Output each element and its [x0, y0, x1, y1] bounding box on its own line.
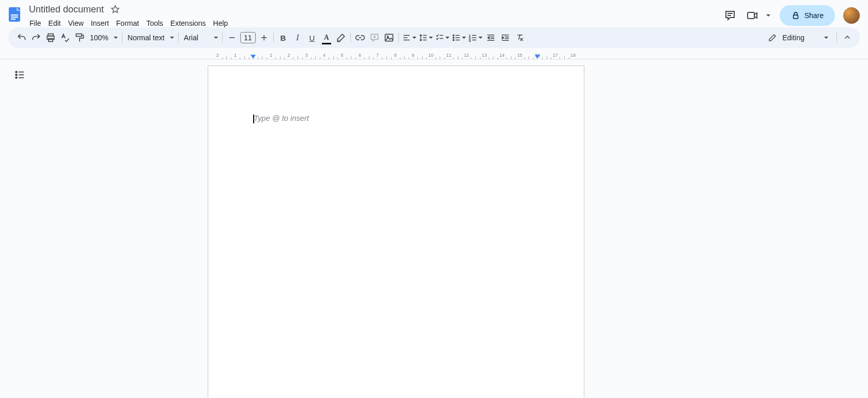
ruler-label: 13 — [482, 53, 487, 58]
ruler[interactable]: 21123456789101112131415161718 — [0, 51, 868, 59]
separator — [273, 33, 274, 43]
caret-icon — [445, 37, 450, 39]
caret-icon — [114, 37, 118, 39]
svg-point-33 — [453, 39, 454, 40]
menu-tools[interactable]: Tools — [143, 17, 167, 29]
decrease-font-size-button[interactable] — [225, 30, 239, 45]
increase-indent-button[interactable] — [498, 30, 513, 45]
font-size-input[interactable] — [240, 32, 256, 43]
collapse-toolbar-button[interactable] — [839, 30, 856, 45]
separator — [836, 33, 837, 43]
align-button[interactable] — [401, 30, 417, 45]
menu-file[interactable]: File — [26, 17, 45, 29]
bold-button[interactable]: B — [276, 30, 290, 45]
lock-icon — [791, 11, 800, 20]
menu-insert[interactable]: Insert — [87, 17, 113, 29]
svg-point-29 — [453, 35, 454, 36]
menu-edit[interactable]: Edit — [45, 17, 65, 29]
menu-bar: File Edit View Insert Format Tools Exten… — [26, 16, 720, 30]
svg-line-50 — [519, 35, 520, 40]
ruler-label: 9 — [412, 53, 414, 58]
ruler-label: 2 — [216, 53, 219, 58]
caret-icon — [170, 37, 174, 39]
ruler-label: 5 — [340, 53, 343, 58]
show-outline-button[interactable] — [11, 67, 28, 83]
pencil-icon — [768, 33, 777, 42]
italic-button[interactable]: I — [290, 30, 305, 45]
zoom-value: 100% — [90, 34, 109, 42]
caret-icon — [478, 37, 483, 39]
increase-font-size-button[interactable] — [257, 30, 271, 45]
caret-icon — [412, 37, 416, 39]
account-avatar[interactable] — [843, 7, 860, 24]
document-body[interactable]: Type @ to insert — [254, 114, 538, 122]
font-value: Arial — [184, 34, 198, 42]
ruler-label: 4 — [323, 53, 326, 58]
clear-formatting-button[interactable] — [513, 30, 527, 45]
separator — [178, 33, 179, 43]
zoom-select[interactable]: 100% — [87, 30, 120, 45]
numbered-list-button[interactable]: 123 — [467, 30, 484, 45]
editing-mode-button[interactable]: Editing — [764, 30, 834, 45]
font-select[interactable]: Arial — [181, 30, 220, 45]
ruler-label: 10 — [428, 53, 433, 58]
insert-link-button[interactable] — [353, 30, 367, 45]
toolbar: 100% Normal text Arial B I U A 123 Editi… — [8, 27, 860, 48]
underline-button[interactable]: U — [305, 30, 319, 45]
ruler-label: 7 — [376, 53, 379, 58]
ruler-label: 2 — [287, 53, 290, 58]
document-title[interactable]: Untitled document — [26, 4, 107, 15]
menu-view[interactable]: View — [65, 17, 87, 29]
bulleted-list-button[interactable] — [451, 30, 467, 45]
svg-rect-1 — [11, 14, 18, 15]
separator — [398, 33, 399, 43]
docs-logo[interactable] — [4, 4, 25, 25]
add-comment-button[interactable] — [367, 30, 382, 45]
ruler-label: 1 — [270, 53, 272, 58]
comments-button[interactable] — [720, 5, 740, 26]
meet-button[interactable] — [745, 5, 760, 26]
caret-icon — [429, 37, 433, 39]
svg-rect-2 — [11, 17, 18, 18]
separator — [122, 33, 122, 43]
ruler-label: 1 — [234, 53, 237, 58]
ruler-label: 18 — [570, 53, 576, 58]
canvas: Type @ to insert — [0, 59, 868, 398]
editing-mode-label: Editing — [782, 34, 804, 42]
ruler-label: 3 — [305, 53, 308, 58]
ruler-label: 6 — [359, 53, 361, 58]
meet-dropdown[interactable] — [761, 8, 776, 23]
svg-point-55 — [16, 74, 17, 76]
ruler-label: 17 — [553, 53, 558, 58]
right-indent-marker[interactable] — [535, 55, 540, 59]
print-button[interactable] — [43, 30, 58, 45]
highlight-button[interactable] — [334, 30, 348, 45]
svg-rect-3 — [11, 19, 16, 20]
svg-point-31 — [453, 37, 454, 38]
share-label: Share — [804, 11, 824, 20]
svg-point-53 — [16, 71, 17, 73]
decrease-indent-button[interactable] — [484, 30, 498, 45]
share-button[interactable]: Share — [780, 5, 835, 26]
menu-format[interactable]: Format — [113, 17, 143, 29]
menu-extensions[interactable]: Extensions — [167, 17, 209, 29]
redo-button[interactable] — [29, 30, 43, 45]
left-indent-marker[interactable] — [251, 55, 256, 59]
svg-rect-6 — [748, 12, 754, 19]
menu-help[interactable]: Help — [209, 17, 231, 29]
paragraph-style-select[interactable]: Normal text — [125, 30, 176, 45]
caret-icon — [462, 37, 466, 39]
ruler-label: 14 — [500, 53, 505, 58]
svg-rect-7 — [793, 15, 798, 19]
paint-format-button[interactable] — [72, 30, 87, 45]
text-color-button[interactable]: A — [319, 30, 334, 45]
spellcheck-button[interactable] — [58, 30, 72, 45]
line-spacing-button[interactable] — [417, 30, 434, 45]
svg-point-57 — [16, 77, 17, 78]
undo-button[interactable] — [14, 30, 29, 45]
star-icon[interactable] — [108, 2, 122, 17]
checklist-button[interactable] — [434, 30, 451, 45]
ruler-label: 8 — [394, 53, 397, 58]
insert-image-button[interactable] — [382, 30, 396, 45]
document-page[interactable]: Type @ to insert — [208, 66, 584, 398]
